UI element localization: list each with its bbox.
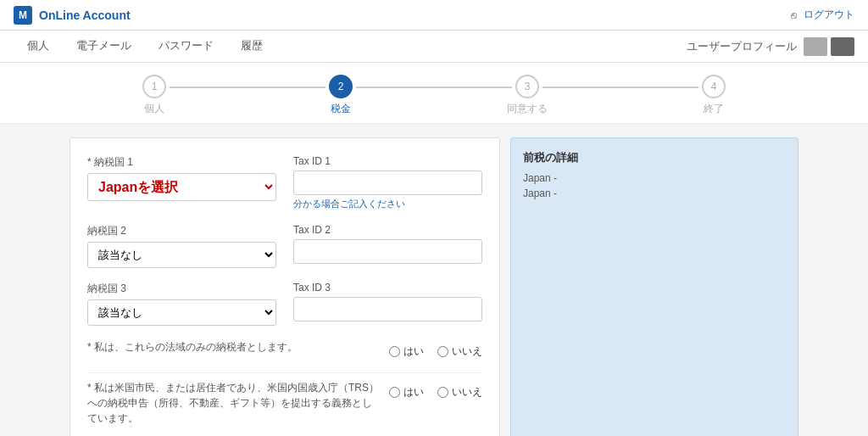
tab-email[interactable]: 電子メール bbox=[63, 30, 145, 64]
header-right: ⎋ ログアウト bbox=[791, 8, 854, 22]
main-content: * 納税国 1 Japanを選択 Tax ID 1 分かる場合ご記入ください 納… bbox=[53, 124, 815, 436]
step-1: 1 個人 bbox=[61, 75, 248, 116]
form-row-1: * 納税国 1 Japanを選択 Tax ID 1 分かる場合ご記入ください bbox=[87, 155, 482, 210]
info-panel: 前税の詳細 Japan - Japan - bbox=[510, 137, 798, 436]
divider bbox=[87, 372, 482, 373]
step-2: 2 税金 bbox=[248, 75, 434, 116]
tax-country-1-label2: * 納税国 1 bbox=[87, 155, 276, 170]
question-1-text: * 私は、これらの法域のみの納税者とします。 bbox=[87, 339, 379, 355]
tax-country-2-group: 納税国 2 該当なし bbox=[87, 224, 276, 268]
step-1-label: 個人 bbox=[144, 102, 164, 116]
app-logo: M bbox=[14, 6, 32, 25]
nav-tabs-left: 個人 電子メール パスワード 履歴 bbox=[14, 30, 276, 64]
tax-id-2-input[interactable] bbox=[293, 239, 482, 264]
info-panel-title: 前税の詳細 bbox=[523, 150, 786, 165]
step-1-circle: 1 bbox=[142, 75, 166, 98]
app-title: OnLine Account bbox=[39, 8, 131, 22]
tax-id-1-label: Tax ID 1 bbox=[293, 155, 482, 167]
step-2-circle: 2 bbox=[329, 75, 353, 98]
question-1-row: * 私は、これらの法域のみの納税者とします。 はい いいえ bbox=[87, 339, 482, 359]
logout-icon: ⎋ bbox=[791, 9, 797, 21]
tax-country-1-select[interactable]: Japanを選択 bbox=[87, 173, 276, 201]
tax-country-3-select[interactable]: 該当なし bbox=[87, 299, 276, 326]
tax-id-3-group: Tax ID 3 bbox=[293, 282, 482, 326]
question-2-yes-radio[interactable] bbox=[389, 387, 400, 398]
step-3: 3 同意する bbox=[434, 75, 620, 116]
question-1-yes-radio[interactable] bbox=[389, 346, 400, 357]
steps-bar: 1 個人 2 税金 3 同意する 4 終了 bbox=[0, 63, 868, 124]
tax-country-2-label: 納税国 2 bbox=[87, 224, 276, 238]
step-3-circle: 3 bbox=[515, 75, 539, 98]
question-1-yes[interactable]: はい bbox=[389, 344, 424, 359]
step-4: 4 終了 bbox=[620, 75, 807, 116]
tab-personal[interactable]: 個人 bbox=[14, 30, 63, 64]
tab-password[interactable]: パスワード bbox=[145, 30, 227, 64]
question-1-no-radio[interactable] bbox=[437, 346, 448, 357]
avatar-block-1 bbox=[804, 37, 827, 56]
header: M OnLine Account ⎋ ログアウト bbox=[0, 0, 868, 31]
tax-country-1-group: * 納税国 1 Japanを選択 bbox=[87, 155, 276, 210]
question-1-no[interactable]: いいえ bbox=[437, 344, 482, 359]
avatar-block-2 bbox=[831, 37, 854, 56]
step-4-circle: 4 bbox=[702, 75, 726, 98]
tax-country-3-group: 納税国 3 該当なし bbox=[87, 282, 276, 326]
question-2-row: * 私は米国市民、または居住者であり、米国内国歳入庁（TRS）への納税申告（所得… bbox=[87, 380, 482, 426]
user-profile-avatar bbox=[804, 37, 854, 56]
tax-id-3-input[interactable] bbox=[293, 297, 482, 321]
steps-container: 1 個人 2 税金 3 同意する 4 終了 bbox=[27, 75, 841, 116]
form-panel: * 納税国 1 Japanを選択 Tax ID 1 分かる場合ご記入ください 納… bbox=[70, 137, 500, 436]
tax-id-1-group: Tax ID 1 分かる場合ご記入ください bbox=[293, 155, 482, 210]
tax-id-1-hint: 分かる場合ご記入ください bbox=[293, 198, 482, 210]
tax-id-2-label: Tax ID 2 bbox=[293, 224, 482, 236]
tax-country-2-select[interactable]: 該当なし bbox=[87, 242, 276, 268]
question-2-yes[interactable]: はい bbox=[389, 385, 424, 400]
step-2-label: 税金 bbox=[331, 102, 351, 116]
step-4-label: 終了 bbox=[704, 102, 724, 116]
question-2-no[interactable]: いいえ bbox=[437, 385, 482, 400]
form-row-3: 納税国 3 該当なし Tax ID 3 bbox=[87, 282, 482, 326]
user-profile-label: ユーザープロフィール bbox=[687, 39, 797, 54]
tax-country-3-label: 納税国 3 bbox=[87, 282, 276, 296]
info-panel-line-2: Japan - bbox=[523, 187, 786, 199]
step-3-label: 同意する bbox=[507, 102, 548, 116]
question-1-radios: はい いいえ bbox=[389, 344, 482, 359]
header-left: M OnLine Account bbox=[14, 6, 131, 25]
logout-link[interactable]: ログアウト bbox=[804, 8, 854, 22]
question-2-radios: はい いいえ bbox=[389, 385, 482, 400]
nav-tabs: 個人 電子メール パスワード 履歴 ユーザープロフィール bbox=[0, 31, 868, 63]
info-panel-line-1: Japan - bbox=[523, 172, 786, 184]
nav-tabs-right: ユーザープロフィール bbox=[687, 37, 854, 56]
tab-history[interactable]: 履歴 bbox=[227, 30, 276, 64]
question-2-text: * 私は米国市民、または居住者であり、米国内国歳入庁（TRS）への納税申告（所得… bbox=[87, 380, 379, 426]
question-2-no-radio[interactable] bbox=[437, 387, 448, 398]
form-row-2: 納税国 2 該当なし Tax ID 2 bbox=[87, 224, 482, 268]
tax-id-1-input[interactable] bbox=[293, 170, 482, 195]
tax-id-2-group: Tax ID 2 bbox=[293, 224, 482, 268]
tax-id-3-label: Tax ID 3 bbox=[293, 282, 482, 293]
